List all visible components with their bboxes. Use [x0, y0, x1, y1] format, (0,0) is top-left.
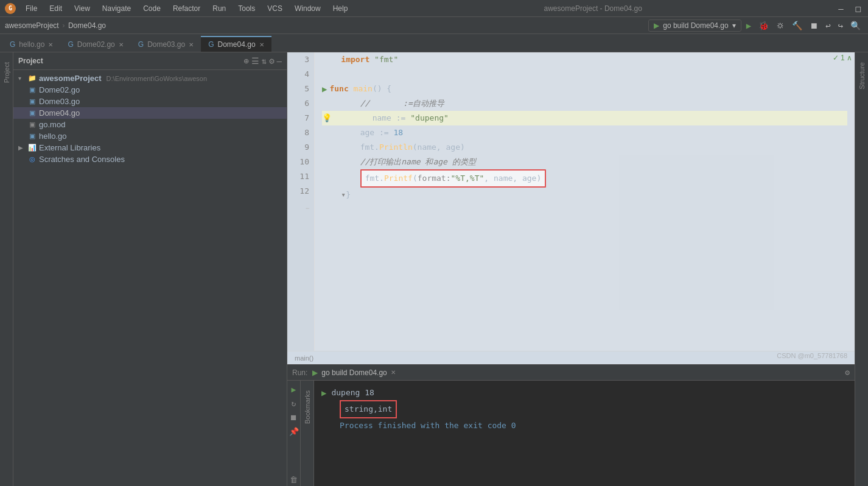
code-line-12: ▾} [322, 188, 847, 202]
sidebar-close-icon[interactable]: — [277, 56, 282, 66]
code-line-10: //打印输出name 和age 的类型 [322, 155, 847, 169]
run-pin-icon[interactable]: 📌 [287, 425, 301, 438]
sidebar-expand-icon[interactable]: ⇅ [262, 56, 267, 66]
tab-dome03-close[interactable]: ✕ [189, 41, 194, 48]
go-file-icon: ▣ [28, 86, 37, 94]
breadcrumb-file[interactable]: Dome04.go [68, 21, 106, 30]
menu-view[interactable]: View [72, 3, 93, 14]
run-output-text-3: Process finished with the exit code 0 [340, 418, 516, 433]
code-line-8: age := 18 [322, 125, 847, 140]
menu-refactor[interactable]: Refactor [170, 3, 203, 14]
watermark: CSDN @m0_57781768 [777, 352, 847, 359]
tree-item-dome04[interactable]: ▣ Dome04.go [13, 107, 287, 119]
window-title: awesomeProject - Dome04.go [544, 4, 642, 13]
project-side-label[interactable]: Project [2, 57, 12, 88]
main-layout: Project Project ⊕ ☰ ⇅ ⚙ — ▾ 📁 awesomePro… [0, 52, 868, 486]
run-reload-icon[interactable]: ↻ [290, 397, 298, 410]
menu-bar: G File Edit View Navigate Code Refactor … [0, 0, 868, 17]
run-config-icon: ▶ [654, 21, 659, 30]
run-play-icon[interactable]: ▶ [290, 383, 298, 396]
code-line-5: ▶ func main() { [322, 82, 847, 96]
tab-dome04[interactable]: G Dome04.go ✕ [201, 36, 271, 52]
tree-item-scratches[interactable]: ◎ Scratches and Consoles [13, 153, 287, 165]
tab-hello-go[interactable]: G hello.go ✕ [2, 36, 60, 52]
maximize-btn[interactable]: □ [853, 2, 863, 15]
tab-dome03-label: Dome03.go [147, 40, 185, 49]
side-panel-left: Project [0, 52, 13, 486]
menu-vcs[interactable]: VCS [265, 3, 285, 14]
tree-dome02-label: Dome02.go [39, 85, 80, 94]
tree-item-dome03[interactable]: ▣ Dome03.go [13, 96, 287, 107]
menu-code[interactable]: Code [141, 3, 163, 14]
menu-help[interactable]: Help [331, 3, 351, 14]
coverage-btn[interactable]: ⛭ [774, 19, 787, 32]
menu-file[interactable]: File [23, 3, 40, 14]
build-btn[interactable]: 🔨 [789, 19, 805, 32]
run-tab[interactable]: ▶ go build Dome04.go ✕ [312, 368, 395, 377]
breadcrumb-project[interactable]: awesomeProject [5, 21, 59, 30]
run-stop-icon[interactable]: ⏹ [288, 411, 299, 424]
breadcrumb: awesomeProject › Dome04.go ▶ go build Do… [0, 17, 868, 34]
tab-hello-go-close[interactable]: ✕ [48, 41, 53, 48]
minimize-btn[interactable]: — [836, 2, 845, 15]
code-content[interactable]: import "fmt" ▶ func main() { // :=自动推导 [315, 52, 855, 351]
folder-arrow-icon: ▾ [18, 75, 26, 82]
tree-item-dome02[interactable]: ▣ Dome02.go [13, 84, 287, 96]
tab-dome02[interactable]: G Dome02.go ✕ [60, 36, 130, 52]
structure-label[interactable]: Structure [857, 57, 867, 94]
bookmarks-label[interactable]: Bookmarks [303, 386, 312, 429]
run-config[interactable]: ▶ go build Dome04.go ▾ [648, 19, 741, 32]
run-output-text-1: dupeng 18 [331, 386, 374, 400]
tab-dome02-close[interactable]: ✕ [119, 41, 124, 48]
code-line-3: import "fmt" [322, 52, 847, 67]
code-line-11: fmt.Printf( format: "%T,%T", name, age) [322, 169, 847, 188]
run-output-line-1: ▶ dupeng 18 [321, 386, 847, 400]
tree-project-label: awesomeProject [39, 74, 102, 83]
tree-ext-libs-label: External Libraries [39, 143, 100, 152]
run-trash-icon[interactable]: 🗑 [288, 473, 299, 486]
run-output-line-2: string,int [321, 400, 847, 418]
tab-icon: G [10, 40, 15, 49]
tree-item-awesome-project[interactable]: ▾ 📁 awesomeProject D:\Environment\GoWork… [13, 72, 287, 84]
menu-navigate[interactable]: Navigate [100, 3, 133, 14]
run-side-panel: ▶ ↻ ⏹ 📌 🗑 [287, 381, 301, 486]
run-content: ▶ dupeng 18 string,int Process finished … [314, 381, 855, 486]
tree-item-gomod[interactable]: ▣ go.mod [13, 119, 287, 130]
tab-dome04-label: Dome04.go [218, 40, 256, 49]
folder-icon: 📁 [28, 74, 37, 83]
run-config-dropdown[interactable]: ▾ [732, 21, 736, 30]
search-btn[interactable]: 🔍 [848, 19, 863, 32]
sidebar-add-icon[interactable]: ⊕ [243, 56, 248, 66]
tree-item-hello[interactable]: ▣ hello.go [13, 130, 287, 142]
menu-tools[interactable]: Tools [236, 3, 257, 14]
main-content: 3 4 5 6 7 8 9 10 11 12 ⋯ import "fm [287, 52, 855, 486]
menu-edit[interactable]: Edit [47, 3, 65, 14]
menu-run[interactable]: Run [210, 3, 228, 14]
forward-btn[interactable]: ↪ [836, 19, 845, 32]
code-editor[interactable]: 3 4 5 6 7 8 9 10 11 12 ⋯ import "fm [287, 52, 855, 351]
stop-btn[interactable]: ⏹ [807, 19, 821, 32]
debug-btn[interactable]: 🐞 [756, 19, 771, 32]
breadcrumb-sep: › [61, 21, 66, 30]
tree-item-external-libs[interactable]: ▶ 📊 External Libraries [13, 142, 287, 153]
tab-hello-go-label: hello.go [19, 40, 44, 49]
run-output-line-3: Process finished with the exit code 0 [321, 418, 847, 433]
run-tab-close[interactable]: ✕ [391, 369, 396, 376]
run-gear-icon[interactable]: ⚙ [845, 368, 850, 377]
run-label: Run: [292, 368, 307, 377]
tab-dome03[interactable]: G Dome03.go ✕ [131, 36, 201, 52]
run-panel: Run: ▶ go build Dome04.go ✕ ⚙ ▶ ↻ ⏹ 📌 🗑 [287, 364, 855, 486]
run-config-label: go build Dome04.go [663, 21, 728, 30]
run-tab-icon: ▶ [312, 368, 318, 377]
sidebar-header: Project ⊕ ☰ ⇅ ⚙ — [13, 52, 287, 70]
back-btn[interactable]: ↩ [823, 19, 833, 32]
go-file-icon: ▣ [28, 132, 37, 141]
run-btn[interactable]: ▶ [744, 19, 754, 32]
sidebar-collapse-icon[interactable]: ☰ [251, 56, 259, 66]
go-file-icon: ▣ [28, 97, 37, 106]
ext-arrow-icon: ▶ [18, 144, 26, 151]
menu-window[interactable]: Window [292, 3, 323, 14]
tab-bar: G hello.go ✕ G Dome02.go ✕ G Dome03.go ✕… [0, 34, 868, 52]
sidebar-settings-icon[interactable]: ⚙ [269, 56, 274, 66]
tab-dome04-close[interactable]: ✕ [259, 41, 264, 48]
